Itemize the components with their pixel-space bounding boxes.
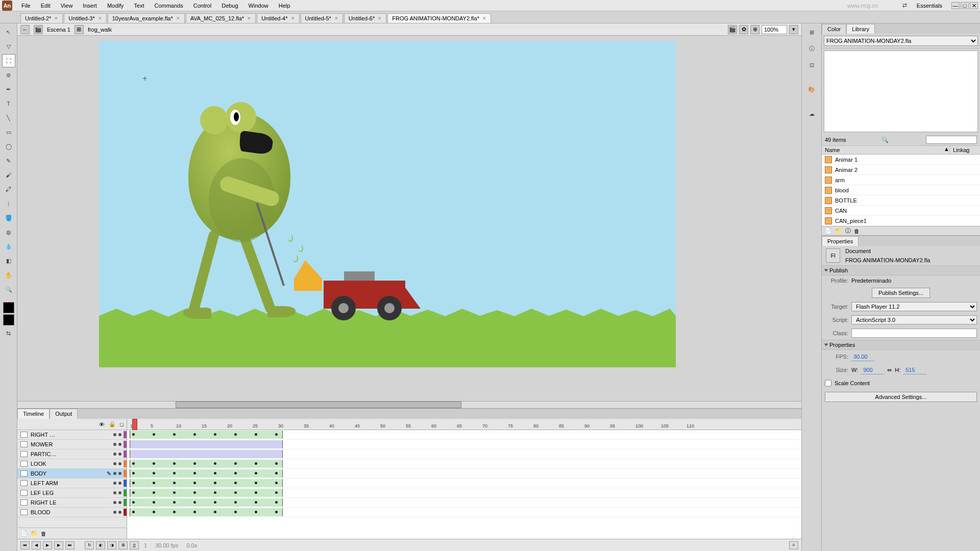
center-stage-icon[interactable]: ⊕: [750, 25, 760, 34]
layer-outline-toggle[interactable]: [124, 470, 127, 477]
layer-lock-toggle[interactable]: [118, 482, 121, 485]
swatches-panel-icon[interactable]: 🎨: [805, 83, 818, 96]
library-col-name[interactable]: Name: [822, 146, 944, 154]
onion-skin-button[interactable]: ◐: [96, 541, 105, 549]
info-panel-icon[interactable]: ⓘ: [805, 42, 818, 55]
layer-row[interactable]: RIGHT …: [17, 430, 127, 440]
layer-lock-toggle[interactable]: [118, 491, 121, 494]
edit-symbols-icon[interactable]: ✿: [739, 25, 748, 34]
new-symbol-button[interactable]: 📄: [825, 228, 832, 234]
stage-area[interactable]: +: [17, 36, 801, 401]
close-tab-icon[interactable]: ✕: [334, 16, 338, 21]
layer-row[interactable]: LEF LEG: [17, 488, 127, 498]
publish-section-header[interactable]: Publish: [829, 267, 848, 273]
menu-window[interactable]: Window: [243, 1, 274, 10]
paint-brush-tool[interactable]: 🖍: [2, 183, 15, 196]
layer-visibility-toggle[interactable]: [113, 453, 116, 456]
goto-last-frame-button[interactable]: ⏭: [65, 541, 75, 549]
document-tab[interactable]: Untitled-5*✕: [301, 13, 343, 23]
subselection-tool[interactable]: ▽: [2, 40, 15, 53]
text-tool[interactable]: T: [2, 97, 15, 110]
layer-row[interactable]: LOOK: [17, 459, 127, 469]
menu-text[interactable]: Text: [129, 1, 149, 10]
line-tool[interactable]: ╲: [2, 111, 15, 124]
delete-layer-button[interactable]: 🗑: [41, 531, 46, 537]
layer-lock-toggle[interactable]: [118, 443, 121, 446]
play-button[interactable]: ▶: [43, 541, 52, 549]
ink-bottle-tool[interactable]: ◍: [2, 226, 15, 239]
scale-content-checkbox[interactable]: [825, 379, 831, 388]
edit-multiple-frames-button[interactable]: ⊞: [118, 541, 128, 549]
link-wh-icon[interactable]: ⇔: [887, 367, 892, 373]
document-tab[interactable]: Untitled-2*✕: [20, 13, 63, 23]
lock-header-icon[interactable]: 🔒: [109, 421, 116, 428]
close-tab-icon[interactable]: ✕: [247, 16, 251, 21]
selection-tool[interactable]: ↖: [2, 26, 15, 39]
layer-visibility-toggle[interactable]: [113, 472, 116, 475]
layer-row[interactable]: LEFT ARM: [17, 479, 127, 488]
visibility-header-icon[interactable]: 👁: [99, 421, 105, 428]
lasso-tool[interactable]: ⊚: [2, 68, 15, 82]
library-item[interactable]: Animar 2: [822, 165, 980, 175]
menu-file[interactable]: File: [16, 1, 36, 10]
menu-debug[interactable]: Debug: [216, 1, 243, 10]
frame-row[interactable]: [127, 498, 801, 508]
close-tab-icon[interactable]: ✕: [54, 16, 58, 21]
layer-visibility-toggle[interactable]: [113, 491, 116, 494]
fps-input[interactable]: [851, 352, 874, 361]
outline-header-icon[interactable]: □: [120, 421, 124, 428]
library-item[interactable]: CAN_piece1: [822, 216, 980, 226]
layer-outline-toggle[interactable]: [124, 450, 127, 458]
document-tab[interactable]: FROG ANIMATION-MONDAY2.fla*✕: [387, 13, 491, 23]
sync-icon[interactable]: ⇄: [898, 0, 912, 12]
frame-row[interactable]: [127, 488, 801, 498]
close-tab-icon[interactable]: ✕: [176, 16, 180, 21]
target-select[interactable]: Flash Player 11.2: [851, 302, 977, 311]
menu-modify[interactable]: Modify: [102, 1, 129, 10]
oval-tool[interactable]: ◯: [2, 140, 15, 153]
advanced-settings-button[interactable]: Advanced Settings...: [825, 392, 977, 402]
library-item[interactable]: blood: [822, 185, 980, 195]
playhead[interactable]: [132, 419, 137, 430]
layer-visibility-toggle[interactable]: [113, 433, 116, 436]
timeline-menu-icon[interactable]: ≡: [789, 541, 798, 549]
close-tab-icon[interactable]: ✕: [482, 16, 486, 21]
tab-color[interactable]: Color: [822, 24, 846, 34]
maximize-button[interactable]: □: [961, 2, 969, 9]
layer-visibility-toggle[interactable]: [113, 482, 116, 485]
frame-row[interactable]: [127, 430, 801, 440]
properties-section-header[interactable]: Properties: [829, 342, 855, 348]
layer-lock-toggle[interactable]: [118, 433, 121, 436]
menu-help[interactable]: Help: [274, 1, 296, 10]
menu-view[interactable]: View: [56, 1, 78, 10]
menu-commands[interactable]: Commands: [149, 1, 188, 10]
frame-row[interactable]: [127, 459, 801, 469]
layer-outline-toggle[interactable]: [124, 480, 127, 487]
cc-libraries-icon[interactable]: ☁: [805, 107, 818, 120]
delete-symbol-button[interactable]: 🗑: [854, 228, 860, 234]
pencil-tool[interactable]: ✎: [2, 154, 15, 167]
tab-properties[interactable]: Properties: [822, 236, 859, 246]
publish-settings-button[interactable]: Publish Settings...: [872, 288, 930, 298]
step-forward-button[interactable]: ▶: [54, 541, 63, 549]
brush-tool[interactable]: 🖌: [2, 168, 15, 182]
frame-row[interactable]: [127, 508, 801, 517]
symbol-properties-button[interactable]: ⓘ: [845, 227, 851, 235]
width-input[interactable]: [861, 365, 884, 374]
canvas[interactable]: +: [99, 41, 676, 367]
layer-outline-toggle[interactable]: [124, 489, 127, 496]
edit-scene-icon[interactable]: 🎬: [728, 25, 737, 34]
close-tab-icon[interactable]: ✕: [378, 16, 382, 21]
new-layer-button[interactable]: 📄: [20, 530, 28, 537]
new-folder-button[interactable]: 📁: [835, 228, 842, 234]
library-item[interactable]: Animar 1: [822, 155, 980, 165]
close-button[interactable]: ✕: [970, 2, 978, 9]
document-tab[interactable]: Untitled-4*✕: [257, 13, 299, 23]
layer-row[interactable]: MOWER: [17, 440, 127, 449]
layer-outline-toggle[interactable]: [124, 460, 127, 467]
layer-row[interactable]: RIGHT LE: [17, 498, 127, 508]
frame-row[interactable]: [127, 469, 801, 479]
tab-timeline[interactable]: Timeline: [17, 409, 50, 419]
modify-markers-button[interactable]: []: [130, 541, 139, 549]
class-input[interactable]: [851, 329, 977, 338]
